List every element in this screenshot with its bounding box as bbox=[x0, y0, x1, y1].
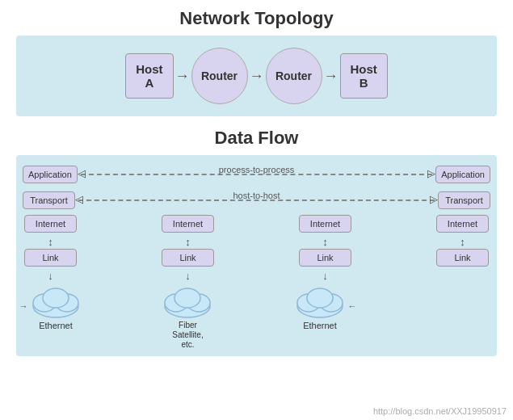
router-1: Router bbox=[191, 48, 248, 104]
ethernet2-label: Ethernet bbox=[303, 321, 337, 330]
internet-1: Internet bbox=[24, 215, 77, 233]
vert-arr-4: ↕ bbox=[436, 236, 489, 248]
link-3: Link bbox=[299, 249, 351, 267]
arrow-3: → bbox=[324, 68, 338, 85]
down-arr-1: ↓ bbox=[48, 270, 53, 282]
arrow-2: → bbox=[250, 68, 264, 85]
arrow-1: → bbox=[175, 68, 190, 85]
ethernet2-cloud bbox=[294, 282, 347, 321]
transport-left: Transport bbox=[23, 191, 75, 209]
internet-2: Internet bbox=[162, 215, 214, 233]
internet-3: Internet bbox=[299, 215, 351, 233]
transport-right: Transport bbox=[438, 191, 490, 209]
svg-point-3 bbox=[43, 288, 69, 308]
vert-arr-2: ↕ bbox=[162, 236, 214, 248]
topology-diagram: HostA → Router → Router → HostB bbox=[16, 36, 497, 116]
host-a: HostA bbox=[125, 53, 173, 99]
vert-arr-1: ↕ bbox=[24, 236, 77, 248]
hth-label: host-to-host bbox=[233, 191, 280, 200]
link-2: Link bbox=[162, 249, 214, 267]
link-4: Link bbox=[436, 249, 489, 267]
svg-point-7 bbox=[175, 288, 200, 308]
internet-4: Internet bbox=[436, 215, 489, 233]
fiber-cloud bbox=[162, 282, 214, 321]
ptp-label: process-to-process bbox=[219, 165, 295, 174]
router-2: Router bbox=[266, 48, 322, 104]
app-left: Application bbox=[23, 166, 78, 183]
down-arr-3: ↓ bbox=[322, 270, 328, 282]
app-right: Application bbox=[435, 166, 490, 183]
vert-arr-3: ↕ bbox=[299, 236, 351, 248]
link-1: Link bbox=[24, 249, 77, 267]
ethernet1-label: Ethernet bbox=[39, 321, 73, 330]
svg-point-11 bbox=[307, 288, 333, 308]
fiber-label: FiberSatellite,etc. bbox=[172, 321, 203, 350]
ethernet1-cloud bbox=[30, 282, 82, 321]
host-b: HostB bbox=[340, 53, 388, 99]
dataflow-diagram: Application ◁ ▷ process-to-process Appli… bbox=[16, 155, 497, 356]
down-arr-2: ↓ bbox=[185, 270, 191, 282]
dataflow-title: Data Flow bbox=[16, 128, 497, 149]
topology-title: Network Topology bbox=[16, 8, 497, 29]
watermark: http://blog.csdn.net/XXJ19950917 bbox=[373, 406, 507, 416]
